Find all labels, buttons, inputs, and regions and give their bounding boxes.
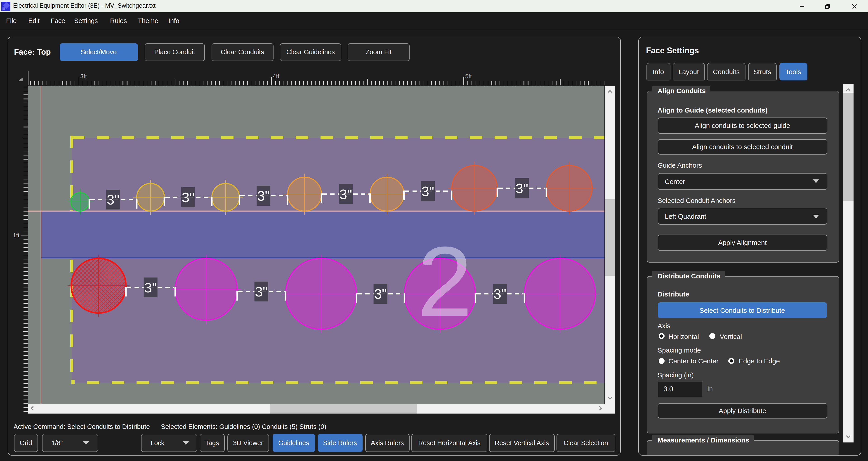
svg-text:3": 3": [493, 286, 506, 302]
svg-text:2: 2: [417, 226, 473, 337]
svg-text:3": 3": [515, 180, 528, 196]
svg-text:3": 3": [421, 183, 434, 199]
svg-text:3": 3": [374, 286, 387, 302]
svg-text:3": 3": [144, 280, 157, 295]
svg-text:3": 3": [182, 189, 195, 205]
svg-text:3": 3": [257, 188, 270, 204]
svg-text:3": 3": [107, 192, 120, 207]
svg-text:3": 3": [255, 284, 268, 299]
svg-text:3": 3": [339, 186, 352, 202]
